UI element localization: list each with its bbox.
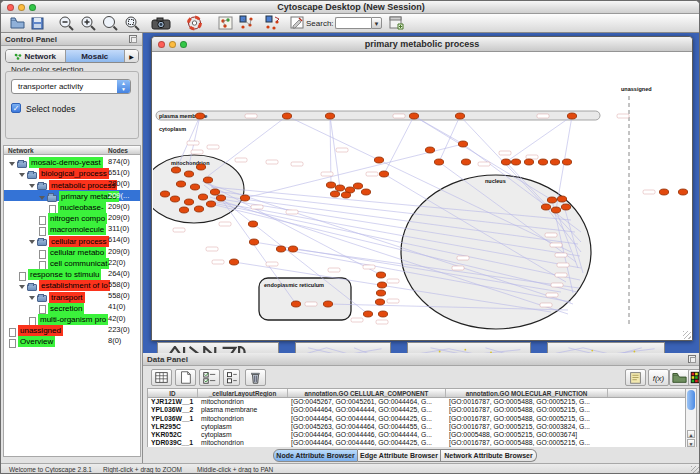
app-resize-grip[interactable]: [691, 466, 700, 474]
clipboard-icon[interactable]: [625, 369, 646, 386]
network-node[interactable]: [547, 197, 556, 203]
tree-row[interactable]: unassigned223(0): [4, 324, 140, 335]
network-node[interactable]: [203, 177, 212, 183]
network-node[interactable]: [194, 206, 203, 212]
network-node[interactable]: [171, 167, 180, 173]
table-row[interactable]: YJR121W__1mitochondrion[GO:0045267, GO:0…: [148, 398, 686, 406]
column-header[interactable]: annotation.GO CELLULAR_COMPONENT: [288, 389, 446, 397]
network-node[interactable]: [378, 311, 387, 317]
network-node[interactable]: [567, 113, 576, 119]
attribute-table[interactable]: ID_cellularLayoutRegionannotation.GO CEL…: [147, 388, 687, 448]
network-node[interactable]: [282, 113, 291, 119]
network-node[interactable]: [195, 113, 204, 119]
float-panel-icon[interactable]: [688, 355, 696, 363]
tab-mosaic[interactable]: Mosaic: [66, 50, 126, 62]
network-node[interactable]: [176, 181, 185, 187]
network-node[interactable]: [326, 182, 335, 188]
search-dropdown-arrow-icon[interactable]: ▼: [371, 17, 382, 29]
background-window-sliver[interactable]: [295, 342, 391, 353]
zoom-fit-icon[interactable]: [102, 15, 119, 31]
network-node[interactable]: [538, 159, 547, 165]
tree-row[interactable]: cellular process614(0): [4, 234, 140, 245]
tree-row[interactable]: multi-organism pro42(0): [4, 313, 140, 324]
network-node[interactable]: [323, 301, 332, 307]
network-node[interactable]: [524, 159, 533, 165]
network-edge[interactable]: [384, 116, 414, 174]
network-node[interactable]: [434, 159, 443, 165]
network-node[interactable]: [170, 196, 179, 202]
network-node[interactable]: [288, 246, 297, 252]
expand-arrow-icon[interactable]: [29, 184, 35, 188]
network-node[interactable]: [511, 159, 520, 165]
expand-arrow-icon[interactable]: [19, 173, 25, 177]
attribute-table-header[interactable]: ID_cellularLayoutRegionannotation.GO CEL…: [148, 389, 686, 398]
network-node[interactable]: [335, 185, 344, 191]
tab-edge-attribute-browser[interactable]: Edge Attribute Browser: [358, 449, 441, 462]
tree-row[interactable]: nitrogen compo209(0): [4, 212, 140, 223]
network-node[interactable]: [409, 113, 418, 119]
snapshot-icon[interactable]: [151, 15, 171, 31]
zoom-selected-region-icon[interactable]: [124, 15, 141, 31]
unselect-attributes-icon[interactable]: [223, 369, 240, 386]
save-session-icon[interactable]: [29, 15, 46, 31]
column-header[interactable]: annotation.GO MOLECULAR_FUNCTION: [446, 389, 608, 397]
tree-row[interactable]: mosaic-demo-yeast874(0): [4, 156, 140, 167]
column-header[interactable]: _cellularLayoutRegion: [198, 389, 288, 397]
tab-network-attribute-browser[interactable]: Network Attribute Browser: [441, 449, 537, 462]
network-node[interactable]: [206, 201, 215, 207]
new-attribute-icon[interactable]: [175, 369, 196, 386]
network-node[interactable]: [361, 189, 370, 195]
tree-row[interactable]: Overview8(0): [4, 335, 140, 346]
window-resize-grip[interactable]: [683, 331, 691, 339]
zoom-in-icon[interactable]: [80, 15, 97, 31]
network-node[interactable]: [198, 194, 207, 200]
network-edge[interactable]: [208, 116, 287, 176]
network-node[interactable]: [551, 207, 560, 213]
expand-arrow-icon[interactable]: [39, 196, 45, 200]
network-node[interactable]: [376, 272, 385, 278]
network-edge[interactable]: [506, 116, 572, 162]
help-ring-icon[interactable]: [186, 15, 203, 31]
network-node[interactable]: [561, 204, 570, 210]
network-node[interactable]: [325, 113, 334, 119]
expand-arrow-icon[interactable]: [9, 162, 15, 166]
tabs-overflow-arrow-icon[interactable]: ▶: [125, 50, 138, 62]
network-node[interactable]: [249, 239, 258, 245]
delete-attribute-icon[interactable]: [245, 369, 266, 386]
tree-row[interactable]: nucleobase-209(0): [4, 201, 140, 212]
table-row[interactable]: YKR052Ccytoplasm[GO:0044464, GO:0044446,…: [148, 431, 686, 439]
graphics-details-icon[interactable]: [217, 15, 234, 31]
network-node[interactable]: [377, 282, 386, 288]
network-edge[interactable]: [202, 181, 381, 275]
tree-row[interactable]: transport558(0): [4, 290, 140, 301]
network-node[interactable]: [379, 171, 388, 177]
network-node[interactable]: [341, 192, 350, 198]
network-node[interactable]: [376, 290, 385, 296]
network-node[interactable]: [541, 204, 550, 210]
expand-arrow-icon[interactable]: [29, 240, 35, 244]
first-neighbors-icon[interactable]: [238, 15, 255, 31]
scroll-down-icon[interactable]: ▼: [687, 439, 695, 447]
rotate-network-icon[interactable]: [264, 15, 281, 31]
background-window-sliver[interactable]: [407, 342, 531, 353]
attribute-table-icon[interactable]: [151, 369, 172, 386]
network-node[interactable]: [240, 195, 249, 201]
network-window-titlebar[interactable]: primary metabolic process: [152, 37, 692, 52]
float-panel-icon[interactable]: [129, 35, 137, 43]
expand-arrow-icon[interactable]: [29, 296, 35, 300]
network-node[interactable]: [557, 196, 566, 202]
network-node[interactable]: [276, 246, 285, 252]
network-node[interactable]: [179, 207, 188, 213]
annotations-icon[interactable]: [289, 15, 306, 31]
network-edge[interactable]: [439, 116, 460, 162]
network-node[interactable]: [229, 259, 238, 265]
network-node[interactable]: [216, 195, 225, 201]
network-node[interactable]: [291, 301, 300, 307]
network-node[interactable]: [425, 147, 434, 153]
background-window-sliver[interactable]: [547, 342, 665, 353]
select-nodes-checkbox[interactable]: ✓: [11, 103, 21, 113]
table-row[interactable]: YLR295Ccytoplasm[GO:0045263, GO:0044464,…: [148, 423, 686, 431]
network-edge[interactable]: [287, 116, 379, 160]
network-node[interactable]: [375, 299, 384, 305]
scrollbar-thumb[interactable]: [687, 390, 695, 410]
